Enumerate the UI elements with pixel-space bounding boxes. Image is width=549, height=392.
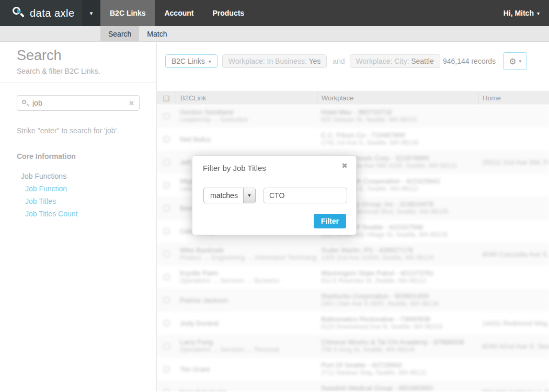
row-checkbox[interactable]	[164, 182, 169, 188]
row-checkbox-cell	[157, 312, 176, 335]
select-all-header-cell[interactable]: ▤	[157, 91, 176, 105]
row-checkbox-cell	[157, 381, 176, 391]
workplace-address: 620 Stewart St, Seattle, WA 98101	[321, 116, 478, 124]
row-checkbox-cell	[157, 128, 176, 151]
contact-name: Tim Grant	[180, 365, 317, 373]
home-address: 14431 Redmond Way, Redmond, WA 98052	[482, 319, 549, 327]
b2clink-cell: Neil Bafus	[176, 128, 317, 151]
nav-item-products[interactable]: Products	[203, 0, 254, 26]
row-checkbox[interactable]	[164, 297, 169, 303]
app-switcher-caret-icon[interactable]: ▾	[82, 0, 100, 26]
table-row[interactable]: Tim Grant Port Of Seattle - 43729943 271…	[157, 358, 549, 381]
nav-item-b2c-links[interactable]: B2C Links	[100, 0, 155, 26]
column-header-workplace[interactable]: Workplace	[317, 91, 478, 105]
b2clink-cell: Mike Bastinale Product → Engineering → I…	[176, 243, 317, 266]
b2clink-cell: Krystle Palm Operations → Services → Bus…	[176, 266, 317, 289]
row-checkbox-cell	[157, 266, 176, 289]
table-row[interactable]: Neil Bafus C.C. Filson Co - 719487890 17…	[157, 128, 549, 151]
search-input[interactable]	[32, 99, 129, 107]
row-checkbox[interactable]	[164, 274, 169, 280]
tab-search[interactable]: Search	[100, 26, 139, 41]
row-checkbox[interactable]	[164, 251, 169, 257]
workplace-address: 1741 1st Ave S, Seattle, WA 98134	[321, 139, 478, 147]
nav-item-account[interactable]: Account	[155, 0, 203, 26]
workplace-cell: C.C. Filson Co - 719487890 1741 1st Ave …	[317, 128, 478, 151]
settings-button[interactable]: ⚙ ▾	[503, 52, 527, 70]
scope-label: B2C Links	[171, 57, 205, 65]
filter-chip-city[interactable]: Workplace: City: Seattle	[350, 54, 440, 68]
table-row[interactable]: Kara Edenholm Swedish Medical Group - 85…	[157, 381, 549, 391]
brand[interactable]: data axle	[0, 0, 82, 26]
workplace-company: Suder Martin, PS - 439927178	[321, 246, 478, 254]
home-address: 29222 2nd Ave SW, Federal Way, WA 98023	[482, 158, 549, 166]
row-checkbox[interactable]	[164, 159, 169, 165]
match-type-value: matches	[204, 191, 243, 200]
table-row[interactable]: Jody Durand Balloonatics Restorative - 7…	[157, 312, 549, 335]
search-sidebar: Search Search & filter B2C Links. ✖ Stri…	[0, 42, 157, 391]
row-checkbox-cell	[157, 243, 176, 266]
workplace-cell: Suder Martin, PS - 439927178 1305 2nd Av…	[317, 243, 478, 266]
primary-nav: B2C Links Account Products	[100, 0, 254, 26]
contact-name: Larry Fung	[180, 338, 317, 346]
row-checkbox[interactable]	[164, 205, 169, 211]
filter-chip-in-business[interactable]: Workplace: In Business: Yes	[222, 54, 327, 68]
table-row[interactable]: Larry Fung Operations → Services → Perso…	[157, 335, 549, 358]
home-cell: 29222 2nd Ave SW, Federal Way, WA 98023	[478, 151, 549, 174]
workplace-company: Chinese Wushu & Tai Chi Academy - 878880…	[321, 338, 478, 346]
clear-search-icon[interactable]: ✖	[129, 99, 139, 107]
sidebar-link-job-titles-count[interactable]: Job Titles Count	[25, 210, 156, 218]
job-function-path: Leadership → Executive	[180, 116, 317, 124]
table-row[interactable]: Krystle Palm Operations → Services → Bus…	[157, 266, 549, 289]
row-checkbox[interactable]	[164, 113, 169, 119]
home-cell	[478, 105, 549, 128]
filter-submit-button[interactable]: Filter	[314, 214, 346, 228]
contact-name: Krystle Palm	[180, 269, 317, 277]
list-icon: ▤	[163, 94, 169, 102]
home-cell	[478, 174, 549, 197]
tab-match[interactable]: Match	[139, 26, 175, 41]
home-cell	[478, 128, 549, 151]
brand-name: data axle	[30, 7, 75, 19]
sidebar-searchbox: ✖	[17, 95, 140, 111]
job-title-input[interactable]	[264, 188, 347, 203]
close-icon[interactable]: ✖	[341, 162, 348, 170]
sidebar-link-job-function[interactable]: Job Function	[25, 185, 156, 193]
select-caret-icon: ▼	[243, 188, 255, 203]
secondary-nav: Search Match	[0, 26, 549, 42]
row-checkbox[interactable]	[164, 320, 169, 326]
job-function-path: Operations → Services → Business	[180, 277, 317, 285]
row-checkbox[interactable]	[164, 343, 169, 349]
user-menu[interactable]: Hi, Mitch ▾	[504, 0, 549, 26]
scope-selector-button[interactable]: B2C Links ▾	[165, 54, 218, 68]
table-row[interactable]: Gordon Sondland Leadership → Executive H…	[157, 105, 549, 128]
workplace-address: 1305 2nd Ave #2400, Seattle, WA 98124	[321, 254, 478, 262]
b2clink-cell: Jody Durand	[176, 312, 317, 335]
table-row[interactable]: Mike Bastinale Product → Engineering → I…	[157, 243, 549, 266]
job-function-path: Product → Engineering → Information Tech…	[180, 254, 317, 262]
row-checkbox[interactable]	[164, 389, 169, 392]
sidebar-link-job-titles[interactable]: Job Titles	[25, 197, 156, 205]
match-type-select[interactable]: matches ▼	[203, 188, 256, 203]
row-checkbox[interactable]	[164, 228, 169, 234]
contact-name: Neil Bafus	[180, 135, 317, 143]
workplace-address: 708 S King St, Seattle, WA 98104	[321, 346, 478, 354]
b2clink-cell: Larry Fung Operations → Services → Perso…	[176, 335, 317, 358]
column-header-home[interactable]: Home	[478, 91, 549, 105]
row-checkbox[interactable]	[164, 366, 169, 372]
page-subtitle: Search & filter B2C Links.	[17, 67, 156, 75]
home-cell: 14431 Redmond Way, Redmond, WA 98052	[478, 312, 549, 335]
b2clink-cell: Patrice Jackson	[176, 289, 317, 312]
contact-name: Jody Durand	[180, 319, 317, 327]
results-table: ▤ B2CLink Workplace Home Gordon Sondland…	[157, 91, 549, 391]
home-address: 4049 Cascadia Ave S, Seattle, WA 98118	[482, 250, 549, 258]
row-checkbox-cell	[157, 335, 176, 358]
column-header-b2clink[interactable]: B2CLink	[176, 91, 317, 105]
table-row[interactable]: Patrice Jackson Starbucks Corporation - …	[157, 289, 549, 312]
row-checkbox[interactable]	[164, 136, 169, 142]
row-checkbox-cell	[157, 105, 176, 128]
home-address: 6049 42nd Ave S, Seattle, WA 98118	[482, 342, 549, 350]
subnav-spacer	[0, 26, 100, 41]
gear-icon: ⚙	[509, 56, 516, 66]
home-cell	[478, 266, 549, 289]
workplace-cell: Hotel Max - 360733718 620 Stewart St, Se…	[317, 105, 478, 128]
